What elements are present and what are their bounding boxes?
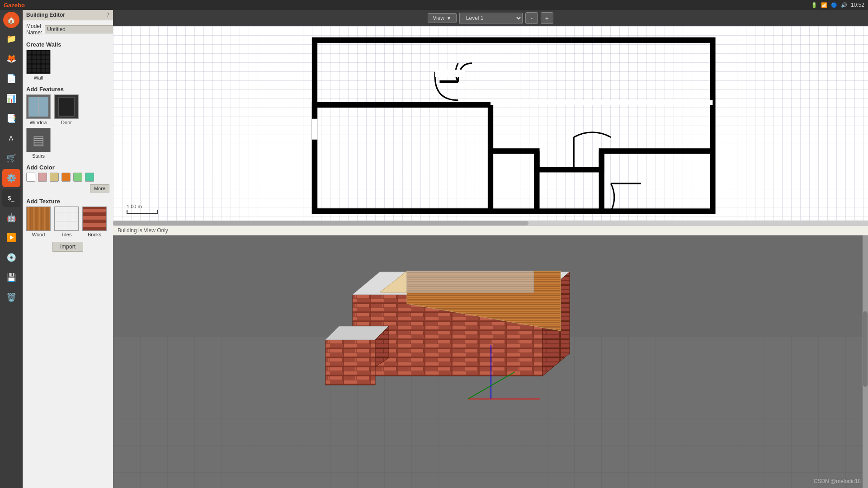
svg-marker-33 <box>407 271 533 292</box>
swatch-orange[interactable] <box>61 173 71 182</box>
floorplan-area[interactable]: 1.00 m <box>113 26 868 221</box>
right-area: View ▼ Level 1 - + <box>113 10 868 488</box>
swatch-green[interactable] <box>73 173 82 182</box>
dock-calc[interactable]: 📊 <box>2 89 20 108</box>
svg-rect-8 <box>435 70 465 77</box>
model-name-input[interactable] <box>45 25 113 33</box>
create-walls-title: Create Walls <box>23 38 113 50</box>
add-texture-grid: Wood Tiles Bricks <box>23 206 113 240</box>
toolbar: View ▼ Level 1 - + <box>113 10 868 26</box>
model-name-row: Model Name: <box>23 20 113 38</box>
more-colors-button[interactable]: More <box>90 184 109 192</box>
axis-z <box>491 345 491 399</box>
door-item[interactable]: Door <box>54 94 79 125</box>
dock-office[interactable]: 📄 <box>2 70 20 88</box>
app-name: Gazebo <box>4 2 25 9</box>
panel-title: Building Editor <box>26 12 65 18</box>
bricks-item[interactable]: Bricks <box>82 206 107 237</box>
dock-amazon[interactable]: 🛒 <box>2 149 20 167</box>
credit: CSDN @melodic18 <box>814 478 861 484</box>
create-walls-grid: Wall <box>23 50 113 83</box>
dock-firefox[interactable]: 🦊 <box>2 50 20 68</box>
view3d[interactable]: CSDN @melodic18 <box>113 235 868 488</box>
clock: 10:52 <box>851 2 864 8</box>
view-only-notice: Building is View Only <box>113 226 868 235</box>
door-texture <box>54 94 79 119</box>
view-label: View <box>433 15 444 21</box>
h-scrollbar-thumb[interactable] <box>113 221 528 225</box>
stairs-item[interactable]: Stairs <box>26 128 51 159</box>
wall-label: Wall <box>34 75 43 80</box>
panel: Building Editor ? Model Name: Create Wal… <box>23 10 113 488</box>
window-item[interactable]: Window <box>26 94 51 125</box>
dock-disk2[interactable]: 💾 <box>2 268 20 286</box>
door-label: Door <box>61 120 72 125</box>
dock-home[interactable]: 🏠 <box>3 12 19 28</box>
swatch-teal[interactable] <box>85 173 94 182</box>
tiles-texture <box>54 206 79 231</box>
swatch-white[interactable] <box>26 173 35 182</box>
v-scrollbar[interactable] <box>863 235 868 488</box>
window-texture <box>26 94 51 119</box>
topbar-left: Gazebo <box>4 2 25 9</box>
add-texture-title: Add Texture <box>23 195 113 206</box>
svg-rect-7 <box>491 100 712 105</box>
svg-rect-0 <box>315 40 712 211</box>
bricks-label: Bricks <box>88 232 101 237</box>
h-scrollbar[interactable] <box>113 221 868 226</box>
dock-disk1[interactable]: 💿 <box>2 249 20 267</box>
wood-label: Wood <box>32 232 45 237</box>
v-scrollbar-thumb[interactable] <box>863 311 868 387</box>
add-features-grid: Window Door <box>23 94 113 128</box>
stairs-grid: Stairs <box>23 128 113 161</box>
dock-files[interactable]: 📁 <box>2 30 20 48</box>
dock-gazebo[interactable]: 🤖 <box>2 209 20 227</box>
wood-item[interactable]: Wood <box>26 206 51 237</box>
dock-settings[interactable]: ⚙️ <box>2 169 20 187</box>
dock-media[interactable]: ▶️ <box>2 229 20 247</box>
scale-bar: 1.00 m <box>127 204 158 214</box>
tiles-item[interactable]: Tiles <box>54 206 79 237</box>
level-minus-button[interactable]: - <box>525 12 538 24</box>
axis-x <box>468 399 540 399</box>
add-features-title: Add Features <box>23 83 113 94</box>
scale-label: 1.00 m <box>127 204 142 209</box>
dock-terminal[interactable]: $_ <box>2 189 20 207</box>
wood-texture <box>26 206 51 231</box>
swatch-pink[interactable] <box>38 173 47 182</box>
svg-rect-9 <box>312 119 317 140</box>
dock-text[interactable]: A <box>2 129 20 147</box>
scale-line <box>127 210 158 214</box>
topbar-right: 🔋 📶 🔵 🔊 10:52 <box>811 2 864 8</box>
view-button[interactable]: View ▼ <box>428 13 457 23</box>
svg-marker-30 <box>326 340 375 385</box>
panel-help-button[interactable]: ? <box>106 12 109 18</box>
tiles-label: Tiles <box>61 232 72 237</box>
stairs-label: Stairs <box>32 153 45 159</box>
left-dock: 🏠 📁 🦊 📄 📊 📑 A 🛒 ⚙️ $_ 🤖 ▶️ 💿 💾 🗑️ <box>0 10 23 488</box>
level-plus-button[interactable]: + <box>541 12 553 24</box>
add-color-title: Add Color <box>23 161 113 173</box>
dock-disk3[interactable]: 🗑️ <box>2 288 20 306</box>
color-swatches <box>23 173 113 184</box>
wall-item[interactable]: Wall <box>26 50 51 80</box>
window-label: Window <box>29 120 47 125</box>
import-button[interactable]: Import <box>52 242 83 252</box>
level-select[interactable]: Level 1 <box>459 13 523 23</box>
topbar: Gazebo 🔋 📶 🔵 🔊 10:52 <box>0 0 868 10</box>
battery-icon: 🔋 <box>811 2 817 8</box>
wifi-icon: 📶 <box>821 2 827 8</box>
floorplan-svg <box>113 26 868 221</box>
building-3d-svg <box>316 240 633 412</box>
wall-texture <box>26 50 51 74</box>
bricks-texture <box>82 206 107 231</box>
dock-present[interactable]: 📑 <box>2 109 20 127</box>
view-chevron: ▼ <box>446 15 452 21</box>
stairs-texture <box>26 128 51 152</box>
swatch-yellow[interactable] <box>50 173 59 182</box>
bluetooth-icon: 🔵 <box>831 2 837 8</box>
panel-header: Building Editor ? <box>23 10 113 20</box>
svg-rect-1 <box>315 105 491 211</box>
model-name-label: Model Name: <box>26 23 42 36</box>
volume-icon: 🔊 <box>841 2 847 8</box>
